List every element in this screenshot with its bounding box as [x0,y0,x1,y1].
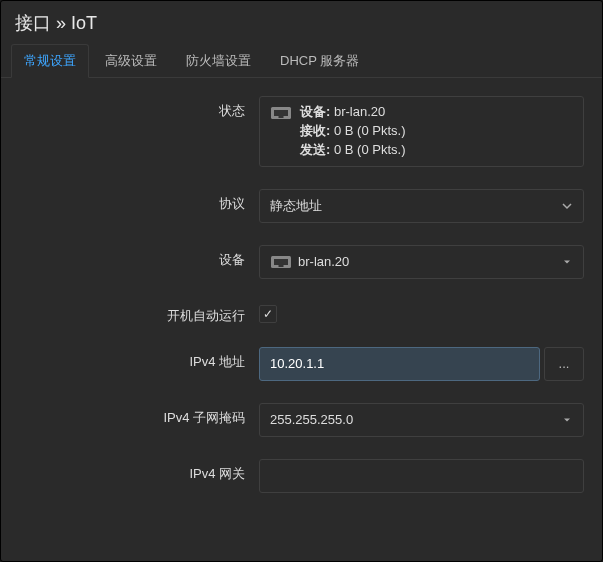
chevron-down-icon [561,200,573,212]
row-ipv4-gw: IPv4 网关 [19,459,584,493]
ipv4-addr-more-button[interactable]: ... [544,347,584,381]
row-autostart: 开机自动运行 ✓ [19,301,584,325]
caret-down-icon [561,414,573,426]
form-general: 状态 设备: br-lan.20 接收: 0 B (0 Pkts.) 发送: 0… [1,78,602,493]
status-rx-label: 接收: [300,123,330,138]
status-tx-label: 发送: [300,142,330,157]
label-ipv4-addr: IPv4 地址 [19,347,259,371]
interface-edit-dialog: 接口 » IoT 常规设置 高级设置 防火墙设置 DHCP 服务器 状态 设备:… [0,0,603,562]
autostart-checkbox[interactable]: ✓ [259,305,277,323]
row-status: 状态 设备: br-lan.20 接收: 0 B (0 Pkts.) 发送: 0… [19,96,584,167]
dialog-header: 接口 » IoT [1,1,602,43]
tab-general[interactable]: 常规设置 [11,44,89,78]
tab-advanced[interactable]: 高级设置 [92,44,170,78]
tab-firewall[interactable]: 防火墙设置 [173,44,264,78]
tab-bar: 常规设置 高级设置 防火墙设置 DHCP 服务器 [1,43,602,78]
protocol-select[interactable]: 静态地址 [259,189,584,223]
label-autostart: 开机自动运行 [19,301,259,325]
svg-rect-5 [279,264,284,267]
row-ipv4-mask: IPv4 子网掩码 255.255.255.0 [19,403,584,437]
status-lines: 设备: br-lan.20 接收: 0 B (0 Pkts.) 发送: 0 B … [300,103,573,160]
ipv4-mask-value: 255.255.255.0 [270,412,353,427]
caret-down-icon [561,256,573,268]
status-rx-value: 0 B (0 Pkts.) [334,123,406,138]
ipv4-mask-select[interactable]: 255.255.255.0 [259,403,584,437]
tab-dhcp[interactable]: DHCP 服务器 [267,44,372,78]
network-port-icon [270,106,292,120]
label-status: 状态 [19,96,259,120]
ipv4-addr-input[interactable] [259,347,540,381]
label-ipv4-mask: IPv4 子网掩码 [19,403,259,427]
status-device-label: 设备: [300,104,330,119]
status-device-value: br-lan.20 [334,104,385,119]
row-device: 设备 br-lan.20 [19,245,584,279]
label-protocol: 协议 [19,189,259,213]
label-ipv4-gw: IPv4 网关 [19,459,259,483]
device-value: br-lan.20 [298,254,349,269]
network-port-icon [270,255,292,269]
row-protocol: 协议 静态地址 [19,189,584,223]
label-device: 设备 [19,245,259,269]
status-tx-value: 0 B (0 Pkts.) [334,142,406,157]
row-ipv4-addr: IPv4 地址 ... [19,347,584,381]
protocol-value: 静态地址 [270,197,322,215]
svg-rect-2 [279,115,284,118]
page-title: 接口 » IoT [15,11,588,35]
status-box: 设备: br-lan.20 接收: 0 B (0 Pkts.) 发送: 0 B … [259,96,584,167]
ipv4-gw-input[interactable] [259,459,584,493]
device-select[interactable]: br-lan.20 [259,245,584,279]
